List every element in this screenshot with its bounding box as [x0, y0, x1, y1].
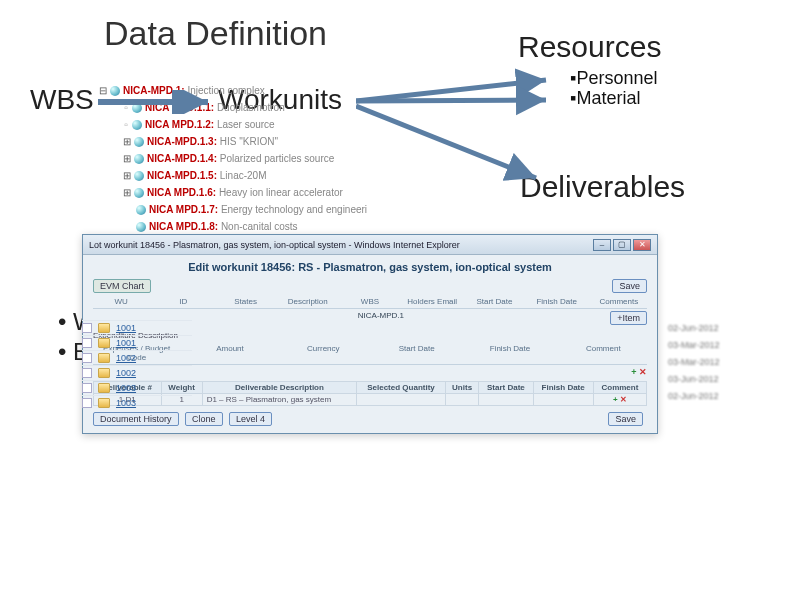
workunit-listing: 1001 1001 1002 1002 1003 1003 [82, 320, 192, 410]
document-history-button[interactable]: Document History [93, 412, 179, 426]
list-item: 1001 [82, 320, 192, 335]
dialog-header: Edit workunit 18456: RS - Plasmatron, ga… [93, 261, 647, 273]
list-item: 1002 [82, 350, 192, 365]
page-title: Data Definition [104, 14, 327, 53]
add-deliverable-icon[interactable]: + [613, 395, 618, 404]
resources-item-personnel: ▪Personnel [570, 68, 657, 89]
columns-row-1: WUIDStates DescriptionWBSHolders Email S… [93, 297, 647, 309]
delete-deliverable-icon[interactable]: ✕ [620, 395, 627, 404]
add-item-button[interactable]: +Item [610, 311, 647, 325]
delete-row-icon[interactable]: ✕ [639, 367, 647, 377]
clone-button[interactable]: Clone [185, 412, 223, 426]
save-button-bottom[interactable]: Save [608, 412, 643, 426]
list-item: 1003 [82, 380, 192, 395]
dialog-window-title: Lot workunit 18456 - Plasmatron, gas sys… [89, 240, 460, 250]
list-item: 1001 [82, 335, 192, 350]
save-button[interactable]: Save [612, 279, 647, 293]
arrow-wbs-to-workunits [98, 90, 218, 114]
svg-line-3 [356, 106, 536, 178]
list-item: 1003 [82, 395, 192, 410]
evm-chart-button[interactable]: EVM Chart [93, 279, 151, 293]
resources-item-material: ▪Material [570, 88, 640, 109]
list-item: 1002 [82, 365, 192, 380]
arrow-workunits-to-deliverables [356, 100, 546, 200]
folder-icon [98, 323, 110, 333]
minimize-button[interactable]: – [593, 239, 611, 251]
checkbox-icon[interactable] [82, 323, 92, 333]
wbs-label: WBS [30, 84, 94, 116]
wbs-value: NICA-MPD.1 [352, 311, 411, 325]
list-id[interactable]: 1001 [116, 323, 136, 333]
level4-button[interactable]: Level 4 [229, 412, 272, 426]
close-button[interactable]: ✕ [633, 239, 651, 251]
maximize-button[interactable]: ▢ [613, 239, 631, 251]
date-column: 02-Jun-2012 03-Mar-2012 03-Mar-2012 03-J… [668, 320, 720, 405]
dialog-buttons: Document History Clone Level 4 Save [93, 412, 647, 426]
window-controls: – ▢ ✕ [593, 239, 651, 251]
add-row-icon[interactable]: + [631, 367, 636, 377]
